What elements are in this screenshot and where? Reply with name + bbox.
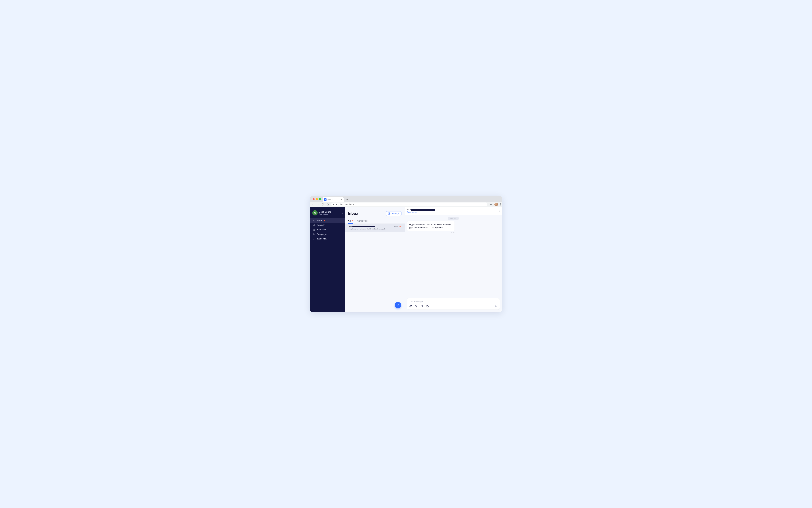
browser-tab-strip: ⌘ Flinkit × + bbox=[310, 196, 502, 202]
note-icon[interactable] bbox=[420, 305, 423, 308]
browser-window: ⌘ Flinkit × + app.flinkit.de/inbox JB Jo bbox=[310, 196, 502, 312]
nav-back-icon[interactable] bbox=[312, 203, 314, 206]
sidebar-header: JB Joga Bonito Test account bbox=[310, 209, 345, 218]
browser-menu-icon[interactable] bbox=[500, 203, 501, 206]
sidebar-item-label: Campaigns bbox=[317, 233, 327, 236]
browser-tab[interactable]: ⌘ Flinkit × bbox=[323, 197, 344, 202]
sidebar-item-contacts[interactable]: Contacts bbox=[310, 223, 345, 227]
attachment-icon[interactable] bbox=[409, 305, 412, 308]
message-input[interactable] bbox=[409, 300, 498, 303]
minimize-window-icon[interactable] bbox=[316, 198, 318, 200]
inbox-title: Inbox bbox=[348, 211, 358, 216]
sidebar-item-label: Inbox bbox=[317, 219, 322, 222]
window-controls[interactable] bbox=[312, 196, 321, 202]
mail-icon bbox=[313, 219, 315, 222]
conversation-item[interactable]: +44 15:06 Hi, please connect me to the F… bbox=[345, 224, 405, 232]
inbox-tabs: All Completed bbox=[345, 218, 405, 224]
profile-avatar-icon[interactable] bbox=[494, 203, 498, 206]
template-insert-icon[interactable] bbox=[426, 305, 429, 308]
pencil-icon bbox=[397, 304, 399, 306]
sidebar-menu-icon[interactable] bbox=[342, 212, 343, 214]
phone-prefix: +44 bbox=[349, 226, 352, 228]
sidebar-item-label: Templates bbox=[317, 228, 326, 231]
tab-label: All bbox=[348, 220, 351, 222]
settings-button-label: Settings bbox=[392, 212, 399, 215]
app-root: JB Joga Bonito Test account Inbox Contac… bbox=[310, 207, 502, 312]
sidebar-item-templates[interactable]: Templates bbox=[310, 227, 345, 232]
svg-point-2 bbox=[314, 224, 314, 225]
tab-completed[interactable]: Completed bbox=[357, 218, 367, 223]
tab-all[interactable]: All bbox=[348, 218, 353, 223]
chat-contact-name: +44 bbox=[407, 208, 435, 211]
compose-fab[interactable] bbox=[395, 302, 401, 308]
message-bubble: Hi, please connect me to the Flinkit San… bbox=[407, 221, 454, 231]
nav-reload-icon[interactable] bbox=[321, 203, 324, 206]
conversation-time: 15:06 bbox=[394, 226, 398, 227]
emoji-icon[interactable] bbox=[415, 305, 417, 308]
new-tab-button[interactable]: + bbox=[346, 198, 349, 202]
close-window-icon[interactable] bbox=[313, 198, 315, 200]
contacts-icon bbox=[313, 224, 315, 226]
sidebar-nav: Inbox Contacts Templates Campaigns bbox=[310, 218, 345, 241]
conversation-name: +44 bbox=[349, 226, 375, 228]
sidebar-item-label: Contacts bbox=[317, 224, 325, 226]
svg-point-5 bbox=[415, 305, 417, 307]
svg-rect-3 bbox=[313, 229, 314, 231]
conversation-menu-icon[interactable] bbox=[402, 225, 402, 228]
chat-icon bbox=[313, 238, 315, 240]
sidebar: JB Joga Bonito Test account Inbox Contac… bbox=[310, 207, 345, 312]
user-avatar[interactable]: JB bbox=[312, 210, 318, 215]
send-icon[interactable] bbox=[494, 305, 498, 308]
sidebar-item-campaigns[interactable]: Campaigns bbox=[310, 232, 345, 237]
browser-toolbar: app.flinkit.de/inbox bbox=[310, 202, 502, 207]
megaphone-icon bbox=[313, 233, 315, 236]
settings-button[interactable]: Settings bbox=[386, 211, 401, 216]
notification-dot-icon bbox=[352, 220, 353, 221]
chat-panel: +44 Save contact 11.09.2023 Hi, please c… bbox=[405, 207, 502, 312]
notification-dot-icon bbox=[324, 220, 325, 221]
tab-label: Completed bbox=[357, 220, 367, 222]
date-chip: 11.09.2023 bbox=[448, 217, 458, 220]
user-subtitle: Test account bbox=[319, 213, 331, 215]
phone-prefix: +44 bbox=[407, 208, 411, 211]
bookmark-star-icon[interactable] bbox=[490, 203, 492, 206]
chat-menu-icon[interactable] bbox=[499, 210, 499, 212]
message-composer bbox=[407, 298, 500, 310]
tab-close-icon[interactable]: × bbox=[341, 199, 342, 201]
svg-rect-8 bbox=[421, 305, 422, 307]
maximize-window-icon[interactable] bbox=[319, 198, 321, 200]
nav-forward-icon[interactable] bbox=[317, 203, 319, 206]
inbox-header: Inbox Settings bbox=[345, 207, 405, 218]
svg-rect-0 bbox=[313, 220, 315, 221]
save-contact-link[interactable]: Save contact bbox=[407, 211, 435, 213]
composer-toolbar bbox=[409, 305, 498, 308]
tab-favicon-icon: ⌘ bbox=[324, 198, 326, 201]
sidebar-item-inbox[interactable]: Inbox bbox=[310, 218, 345, 223]
gear-icon bbox=[388, 212, 391, 215]
conversation-preview: Hi, please connect me to the Flinkit San… bbox=[349, 228, 388, 230]
svg-point-4 bbox=[389, 213, 390, 214]
template-icon bbox=[313, 228, 315, 231]
redacted-phone-icon bbox=[411, 209, 435, 211]
sidebar-item-team-chat[interactable]: Team chat bbox=[310, 237, 345, 241]
inbox-panel: Inbox Settings All Completed +44 bbox=[345, 207, 405, 312]
sidebar-item-label: Team chat bbox=[317, 238, 326, 240]
chat-header: +44 Save contact bbox=[405, 207, 502, 215]
redacted-phone-icon bbox=[352, 226, 375, 227]
user-name: Joga Bonito bbox=[319, 211, 331, 213]
unread-dot-icon bbox=[400, 226, 401, 227]
message-time: 15:06 bbox=[407, 231, 454, 233]
tab-title: Flinkit bbox=[327, 199, 333, 201]
chat-body[interactable]: 11.09.2023 Hi, please connect me to the … bbox=[405, 215, 502, 296]
lock-icon bbox=[333, 204, 335, 205]
url-field[interactable]: app.flinkit.de/inbox bbox=[331, 203, 487, 206]
url-path: /inbox bbox=[349, 203, 354, 206]
url-host: app.flinkit.de bbox=[336, 203, 348, 206]
nav-home-icon[interactable] bbox=[326, 203, 329, 206]
